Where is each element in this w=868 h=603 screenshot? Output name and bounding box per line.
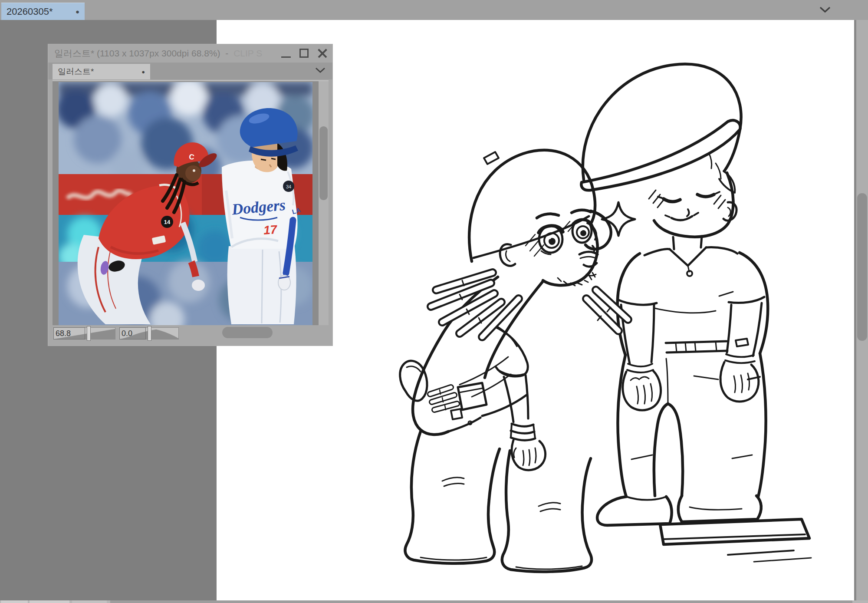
window-tab-strip: 일러스트* ● (48, 63, 332, 79)
tab-bar-chevron-icon[interactable] (819, 7, 831, 13)
jersey-patch-number: 14 (164, 219, 171, 225)
rotation-slider[interactable]: 0.0 (119, 327, 179, 339)
maximize-icon[interactable] (299, 48, 310, 59)
close-icon[interactable] (317, 48, 328, 59)
reference-photo-illustration: C 14 Dodgers 17 (59, 82, 312, 325)
main-vertical-scrollbar[interactable] (854, 20, 868, 600)
reference-image-window[interactable]: 일러스트* (1103 x 1037px 300dpi 68.8%) - CLI… (48, 44, 333, 346)
window-vertical-scrollbar-track[interactable] (319, 81, 329, 325)
bottom-status-strip (0, 600, 868, 603)
zoom-value-field[interactable]: 68.8 (53, 327, 85, 339)
chibi-player-left (400, 150, 628, 572)
main-vertical-scrollbar-thumb[interactable] (857, 193, 867, 341)
window-controls (280, 48, 328, 59)
bottom-strip-segment (30, 600, 69, 603)
sleeve-patch-number: 34 (286, 184, 291, 189)
window-content-area: C 14 Dodgers 17 (53, 80, 329, 325)
bottom-strip-segment (1, 600, 28, 603)
document-tab-label: 20260305* (7, 6, 53, 17)
window-vertical-scrollbar-thumb[interactable] (319, 126, 328, 200)
document-modified-dot: ● (76, 8, 79, 15)
rotation-slider-handle[interactable] (148, 326, 151, 341)
main-horizontal-scrollbar[interactable] (110, 600, 852, 603)
window-tab-modified-dot: ● (141, 69, 145, 75)
zoom-slider-handle[interactable] (87, 326, 91, 341)
cap-letter: C (188, 152, 195, 161)
window-tab-label: 일러스트* (58, 66, 94, 77)
window-title: 일러스트* (1103 x 1037px 300dpi 68.8%) - CLI… (54, 47, 262, 59)
window-tab-active[interactable]: 일러스트* ● (53, 64, 150, 79)
document-tab-bar: 20260305* ● (0, 0, 868, 20)
rotation-value-field[interactable]: 0.0 (119, 327, 146, 339)
zoom-slider[interactable]: 68.8 (53, 327, 115, 339)
bottom-strip-segment (72, 600, 107, 603)
document-tab-active[interactable]: 20260305* ● (1, 3, 85, 20)
window-tab-chevron-icon[interactable] (315, 67, 326, 73)
minimize-icon[interactable] (280, 48, 292, 59)
window-horizontal-scrollbar-thumb[interactable] (222, 327, 273, 338)
jersey-number: 17 (263, 223, 278, 237)
window-navigator-bar: 68.8 0.0 (48, 325, 332, 346)
reference-photo[interactable]: C 14 Dodgers 17 (59, 82, 312, 325)
